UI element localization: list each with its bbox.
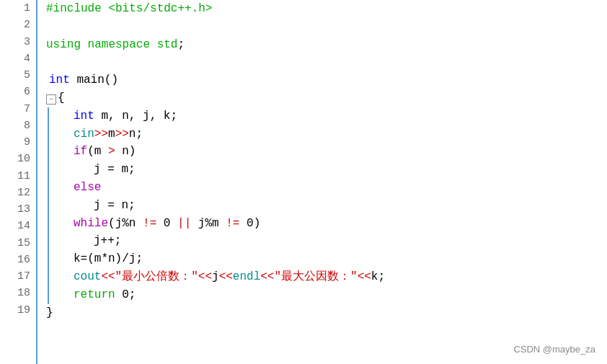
line-num-14: 14: [0, 218, 30, 234]
code-line-14: j++;: [53, 232, 607, 250]
token-endl: endl: [233, 268, 260, 286]
code-line-17: return 0;: [53, 286, 607, 304]
token-int-main: int: [49, 71, 70, 89]
token-cout-op4: <<: [260, 268, 274, 286]
line-num-8: 8: [0, 117, 30, 134]
token-close-brace: }: [46, 304, 53, 322]
line-num-7: 7: [0, 101, 30, 117]
code-line-16: cout<<"最小公倍数："<<j<<endl<<"最大公因数："<<k;: [53, 268, 607, 286]
line-num-9: 9: [0, 134, 30, 151]
token-else: else: [74, 179, 101, 197]
token-zero1: 0: [156, 215, 177, 233]
token-str2: "最大公因数：": [274, 268, 357, 286]
token-jpp: j++;: [94, 232, 121, 250]
line-num-5: 5: [0, 67, 30, 84]
line-num-11: 11: [0, 168, 30, 185]
token-k-assign: k=(m*n)/j;: [74, 250, 143, 268]
token-or: ||: [177, 215, 191, 233]
code-line-7: int m, n, j, k;: [53, 107, 607, 125]
token-zero2: 0): [239, 215, 260, 233]
token-if-paren: (: [87, 143, 94, 161]
token-semi: ;: [177, 36, 185, 54]
line-num-17: 17: [0, 268, 30, 285]
token-cin: cin: [74, 125, 94, 143]
code-content: #include <bits/stdc++.h> using namespace…: [37, 0, 607, 364]
collapse-icon[interactable]: −: [46, 94, 56, 105]
code-line-3: using namespace std;: [46, 36, 607, 54]
line-num-13: 13: [0, 201, 30, 218]
code-editor: 1 2 3 4 5 6 7 8 9 10 11 12 13 14 15 16 1…: [0, 0, 607, 364]
token-cout-op2: <<: [198, 268, 212, 286]
token-return-val: 0;: [115, 286, 136, 304]
code-line-8: cin>>m>>n;: [53, 125, 607, 143]
token-int-7: int: [74, 107, 94, 125]
brace-block: int m, n, j, k; cin>>m>>n; if(m > n) j =…: [46, 107, 607, 304]
line-num-6: 6: [0, 84, 30, 100]
line-num-19: 19: [0, 302, 30, 319]
token-str1: "最小公倍数：": [115, 268, 198, 286]
code-line-19: [46, 321, 607, 339]
token-if: if: [74, 143, 87, 161]
inner-code: int m, n, j, k; cin>>m>>n; if(m > n) j =…: [53, 107, 607, 304]
token-n: n;: [129, 125, 143, 143]
code-line-15: k=(m*n)/j;: [53, 250, 607, 268]
token-using: using namespace std: [46, 36, 177, 54]
token-return: return: [74, 286, 115, 304]
code-line-6: −{: [46, 89, 607, 107]
token-m: m: [108, 125, 115, 143]
line-num-18: 18: [0, 285, 30, 301]
token-cout-op1: <<: [101, 268, 115, 286]
token-main-fn: main(): [70, 71, 118, 89]
token-cout-op5: <<: [358, 268, 371, 286]
code-line-1: #include <bits/stdc++.h>: [46, 0, 607, 18]
line-num-15: 15: [0, 235, 30, 252]
token-include: #include <bits/stdc++.h>: [46, 0, 212, 18]
code-line-2: [46, 18, 607, 36]
token-m2: m: [94, 143, 108, 161]
line-num-12: 12: [0, 185, 30, 201]
token-neq1: !=: [143, 215, 156, 233]
line-num-3: 3: [0, 34, 30, 50]
token-k-out: k;: [371, 268, 385, 286]
code-line-5: int main(): [46, 71, 607, 89]
token-jmodn: j%n: [115, 215, 143, 233]
token-n2: n): [115, 143, 136, 161]
token-cin-op2: >>: [115, 125, 129, 143]
code-line-9: if(m > n): [53, 143, 607, 161]
code-line-11: else: [53, 179, 607, 197]
token-cin-op: >>: [94, 125, 108, 143]
token-cout: cout: [74, 268, 101, 286]
token-j-out: j: [212, 268, 219, 286]
token-while: while: [74, 215, 108, 233]
token-open-brace: {: [58, 89, 65, 107]
code-line-12: j = n;: [53, 197, 607, 215]
line-numbers: 1 2 3 4 5 6 7 8 9 10 11 12 13 14 15 16 1…: [0, 0, 37, 364]
token-j-eq-n: j = n;: [94, 197, 136, 215]
code-line-4: [46, 53, 607, 71]
token-neq2: !=: [226, 215, 239, 233]
line-num-2: 2: [0, 17, 30, 33]
code-line-10: j = m;: [53, 161, 607, 179]
token-jmodm: j%m: [191, 215, 226, 233]
token-vars: m, n, j, k;: [94, 107, 177, 125]
code-line-13: while(j%n != 0 || j%m != 0): [53, 215, 607, 233]
brace-bar: [48, 107, 49, 304]
line-num-4: 4: [0, 50, 30, 67]
token-j-eq-m: j = m;: [94, 161, 136, 179]
line-num-1: 1: [0, 0, 30, 17]
token-cout-op3: <<: [219, 268, 233, 286]
token-gt: >: [108, 143, 115, 161]
token-while-paren: (: [108, 215, 115, 233]
line-num-16: 16: [0, 252, 30, 268]
watermark: CSDN @maybe_za: [513, 342, 595, 357]
code-line-18: }: [46, 304, 607, 322]
line-num-10: 10: [0, 151, 30, 167]
